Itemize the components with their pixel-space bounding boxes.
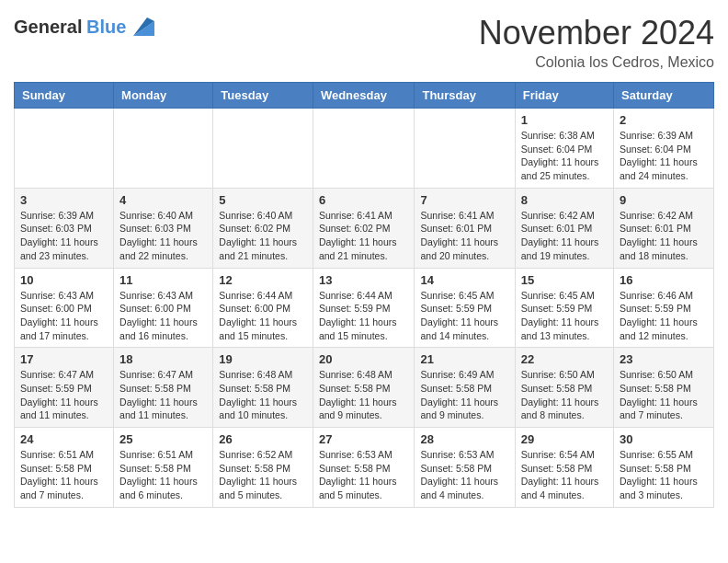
day-number: 2 [620, 113, 708, 127]
calendar-week-row: 1Sunrise: 6:38 AMSunset: 6:04 PMDaylight… [15, 109, 714, 189]
table-row: 2Sunrise: 6:39 AMSunset: 6:04 PMDaylight… [614, 109, 714, 189]
table-row: 10Sunrise: 6:43 AMSunset: 6:00 PMDayligh… [15, 268, 114, 348]
day-number: 1 [521, 113, 608, 127]
day-info: Sunrise: 6:50 AMSunset: 5:58 PMDaylight:… [521, 368, 608, 422]
day-info: Sunrise: 6:49 AMSunset: 5:58 PMDaylight:… [420, 368, 508, 422]
day-info: Sunrise: 6:53 AMSunset: 5:58 PMDaylight:… [420, 448, 508, 502]
day-info: Sunrise: 6:46 AMSunset: 5:59 PMDaylight:… [620, 289, 708, 343]
day-number: 13 [319, 273, 409, 287]
day-number: 4 [119, 193, 207, 207]
table-row: 3Sunrise: 6:39 AMSunset: 6:03 PMDaylight… [15, 188, 114, 268]
day-number: 26 [219, 432, 307, 446]
calendar-table: Sunday Monday Tuesday Wednesday Thursday… [14, 82, 714, 508]
table-row: 21Sunrise: 6:49 AMSunset: 5:58 PMDayligh… [415, 348, 515, 428]
day-info: Sunrise: 6:48 AMSunset: 5:58 PMDaylight:… [319, 368, 409, 422]
day-number: 6 [319, 193, 409, 207]
day-info: Sunrise: 6:52 AMSunset: 5:58 PMDaylight:… [219, 448, 307, 502]
day-info: Sunrise: 6:47 AMSunset: 5:59 PMDaylight:… [20, 368, 108, 422]
header-monday: Monday [114, 83, 213, 109]
day-number: 20 [319, 352, 409, 366]
logo-general: General [14, 17, 82, 37]
table-row: 11Sunrise: 6:43 AMSunset: 6:00 PMDayligh… [114, 268, 213, 348]
day-info: Sunrise: 6:50 AMSunset: 5:58 PMDaylight:… [620, 368, 708, 422]
table-row: 1Sunrise: 6:38 AMSunset: 6:04 PMDaylight… [515, 109, 613, 189]
calendar-page: General Blue November 2024 Colonia los C… [0, 0, 728, 522]
table-row: 29Sunrise: 6:54 AMSunset: 5:58 PMDayligh… [515, 428, 613, 508]
day-number: 16 [620, 273, 708, 287]
table-row: 5Sunrise: 6:40 AMSunset: 6:02 PMDaylight… [213, 188, 313, 268]
day-number: 17 [20, 352, 108, 366]
table-row: 24Sunrise: 6:51 AMSunset: 5:58 PMDayligh… [15, 428, 114, 508]
table-row: 28Sunrise: 6:53 AMSunset: 5:58 PMDayligh… [415, 428, 515, 508]
weekday-header-row: Sunday Monday Tuesday Wednesday Thursday… [15, 83, 714, 109]
day-number: 10 [20, 273, 108, 287]
table-row: 8Sunrise: 6:42 AMSunset: 6:01 PMDaylight… [515, 188, 613, 268]
day-number: 9 [620, 193, 708, 207]
table-row: 17Sunrise: 6:47 AMSunset: 5:59 PMDayligh… [15, 348, 114, 428]
table-row: 20Sunrise: 6:48 AMSunset: 5:58 PMDayligh… [313, 348, 415, 428]
day-number: 7 [420, 193, 508, 207]
header-tuesday: Tuesday [213, 83, 313, 109]
day-info: Sunrise: 6:41 AMSunset: 6:01 PMDaylight:… [420, 209, 508, 263]
day-info: Sunrise: 6:51 AMSunset: 5:58 PMDaylight:… [119, 448, 207, 502]
day-info: Sunrise: 6:42 AMSunset: 6:01 PMDaylight:… [521, 209, 608, 263]
header-sunday: Sunday [15, 83, 114, 109]
day-number: 29 [521, 432, 608, 446]
table-row [15, 109, 114, 189]
calendar-week-row: 24Sunrise: 6:51 AMSunset: 5:58 PMDayligh… [15, 428, 714, 508]
location: Colonia los Cedros, Mexico [479, 54, 714, 71]
table-row [213, 109, 313, 189]
day-info: Sunrise: 6:51 AMSunset: 5:58 PMDaylight:… [20, 448, 108, 502]
day-number: 30 [620, 432, 708, 446]
calendar-week-row: 3Sunrise: 6:39 AMSunset: 6:03 PMDaylight… [15, 188, 714, 268]
day-info: Sunrise: 6:55 AMSunset: 5:58 PMDaylight:… [620, 448, 708, 502]
table-row: 12Sunrise: 6:44 AMSunset: 6:00 PMDayligh… [213, 268, 313, 348]
table-row: 9Sunrise: 6:42 AMSunset: 6:01 PMDaylight… [614, 188, 714, 268]
header-thursday: Thursday [415, 83, 515, 109]
day-info: Sunrise: 6:45 AMSunset: 5:59 PMDaylight:… [521, 289, 608, 343]
header-wednesday: Wednesday [313, 83, 415, 109]
table-row: 4Sunrise: 6:40 AMSunset: 6:03 PMDaylight… [114, 188, 213, 268]
table-row: 30Sunrise: 6:55 AMSunset: 5:58 PMDayligh… [614, 428, 714, 508]
day-info: Sunrise: 6:39 AMSunset: 6:03 PMDaylight:… [20, 209, 108, 263]
day-number: 24 [20, 432, 108, 446]
title-section: November 2024 Colonia los Cedros, Mexico [479, 14, 714, 71]
day-info: Sunrise: 6:44 AMSunset: 5:59 PMDaylight:… [319, 289, 409, 343]
day-info: Sunrise: 6:42 AMSunset: 6:01 PMDaylight:… [620, 209, 708, 263]
day-number: 22 [521, 352, 608, 366]
table-row: 23Sunrise: 6:50 AMSunset: 5:58 PMDayligh… [614, 348, 714, 428]
day-number: 12 [219, 273, 307, 287]
day-number: 3 [20, 193, 108, 207]
logo-blue: Blue [86, 17, 126, 37]
logo: General Blue [14, 14, 156, 40]
day-number: 15 [521, 273, 608, 287]
table-row: 26Sunrise: 6:52 AMSunset: 5:58 PMDayligh… [213, 428, 313, 508]
logo-icon [129, 14, 156, 40]
day-number: 11 [119, 273, 207, 287]
table-row: 14Sunrise: 6:45 AMSunset: 5:59 PMDayligh… [415, 268, 515, 348]
day-info: Sunrise: 6:45 AMSunset: 5:59 PMDaylight:… [420, 289, 508, 343]
table-row: 13Sunrise: 6:44 AMSunset: 5:59 PMDayligh… [313, 268, 415, 348]
table-row [415, 109, 515, 189]
day-info: Sunrise: 6:43 AMSunset: 6:00 PMDaylight:… [20, 289, 108, 343]
calendar-week-row: 17Sunrise: 6:47 AMSunset: 5:59 PMDayligh… [15, 348, 714, 428]
day-info: Sunrise: 6:44 AMSunset: 6:00 PMDaylight:… [219, 289, 307, 343]
day-number: 8 [521, 193, 608, 207]
day-info: Sunrise: 6:47 AMSunset: 5:58 PMDaylight:… [119, 368, 207, 422]
day-number: 18 [119, 352, 207, 366]
day-info: Sunrise: 6:39 AMSunset: 6:04 PMDaylight:… [620, 129, 708, 183]
day-info: Sunrise: 6:41 AMSunset: 6:02 PMDaylight:… [319, 209, 409, 263]
calendar-week-row: 10Sunrise: 6:43 AMSunset: 6:00 PMDayligh… [15, 268, 714, 348]
table-row: 22Sunrise: 6:50 AMSunset: 5:58 PMDayligh… [515, 348, 613, 428]
day-info: Sunrise: 6:43 AMSunset: 6:00 PMDaylight:… [119, 289, 207, 343]
table-row: 16Sunrise: 6:46 AMSunset: 5:59 PMDayligh… [614, 268, 714, 348]
day-info: Sunrise: 6:48 AMSunset: 5:58 PMDaylight:… [219, 368, 307, 422]
logo-text: General Blue [14, 17, 126, 38]
header-friday: Friday [515, 83, 613, 109]
day-number: 28 [420, 432, 508, 446]
day-info: Sunrise: 6:40 AMSunset: 6:03 PMDaylight:… [119, 209, 207, 263]
header-saturday: Saturday [614, 83, 714, 109]
day-number: 21 [420, 352, 508, 366]
day-number: 23 [620, 352, 708, 366]
day-info: Sunrise: 6:54 AMSunset: 5:58 PMDaylight:… [521, 448, 608, 502]
